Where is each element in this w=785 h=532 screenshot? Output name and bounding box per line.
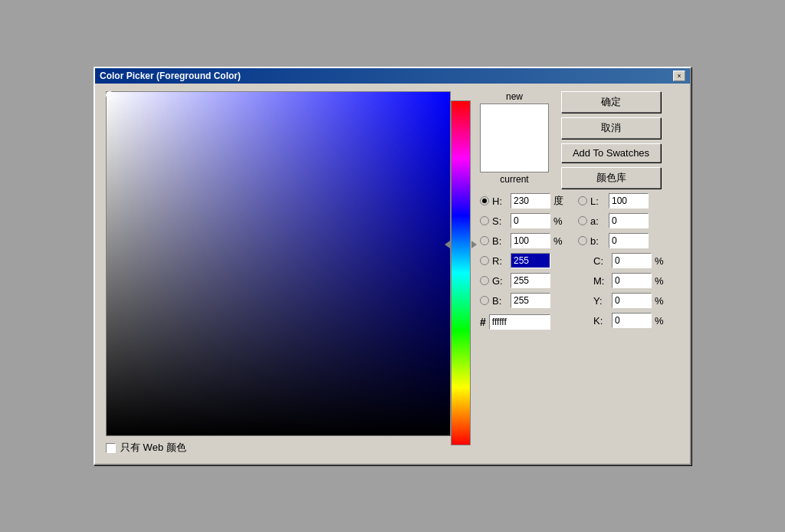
b2-label: B: [492,295,507,307]
y-label: Y: [593,295,609,307]
preview-section: new current [480,91,549,185]
s-input[interactable] [511,213,550,228]
g-input[interactable] [511,273,550,288]
hash-row: # [480,314,566,330]
right-panel: new current 确定 取消 Add To Swatches 颜色库 [480,91,679,455]
m-input[interactable] [612,273,652,288]
b-field-row: B: % [480,233,566,248]
h-unit: 度 [553,194,566,208]
a-field-row: a: [578,213,667,228]
s-label: S: [492,215,507,227]
close-button[interactable]: × [673,71,685,81]
spectrum-section: 只有 Web 颜色 [106,91,471,455]
hue-slider[interactable] [451,100,471,445]
a-input[interactable] [609,213,649,228]
b3-input[interactable] [609,233,649,248]
s-radio[interactable] [480,216,489,225]
k-unit: % [655,315,667,327]
r-radio[interactable] [480,256,489,265]
hue-arrow-right [445,241,450,248]
right-fields-col: L: a: b: [578,193,667,330]
b2-field-row: B: [480,293,566,308]
l-label: L: [590,195,606,207]
a-label: a: [590,215,606,227]
add-swatches-button[interactable]: Add To Swatches [561,143,661,163]
b-input[interactable] [511,233,550,248]
color-square[interactable] [106,91,451,436]
l-radio[interactable] [578,196,587,205]
confirm-button[interactable]: 确定 [561,91,661,113]
web-colors-label: 只有 Web 颜色 [120,441,186,455]
y-unit: % [655,295,667,307]
s-unit: % [553,215,566,227]
b-label: B: [492,235,507,247]
k-input[interactable] [612,313,652,328]
k-label: K: [593,315,609,327]
new-label: new [506,91,523,102]
dialog-body: 只有 Web 颜色 new current [95,84,690,464]
hash-input[interactable] [489,314,550,330]
color-picker-dialog: Color Picker (Foreground Color) × 只有 Web… [94,67,691,465]
c-input[interactable] [612,253,652,268]
new-color-container: new current [480,91,549,185]
h-label: H: [492,195,507,207]
h-radio[interactable] [480,196,489,205]
web-colors-checkbox-area[interactable]: 只有 Web 颜色 [106,441,186,455]
new-color-preview [480,103,549,172]
h-field-row: H: 度 [480,193,566,209]
y-field-row: Y: % [578,293,667,308]
b3-label: b: [590,235,606,247]
hue-arrow-left [471,241,477,248]
r-field-row: R: [480,253,566,268]
y-input[interactable] [612,293,652,308]
b2-input[interactable] [511,293,550,308]
a-radio[interactable] [578,216,587,225]
k-field-row: K: % [578,313,667,328]
b2-radio[interactable] [480,296,489,305]
g-label: G: [492,275,507,287]
color-library-button[interactable]: 颜色库 [561,167,661,189]
hue-slider-container [451,91,471,455]
m-field-row: M: % [578,273,667,288]
b-unit: % [553,235,566,247]
l-field-row: L: [578,193,667,209]
l-input[interactable] [609,193,649,209]
left-fields-col: H: 度 S: % B: [480,193,566,330]
cancel-button[interactable]: 取消 [561,117,661,139]
fields-section: H: 度 S: % B: [480,193,679,330]
m-label: M: [593,275,609,287]
r-input[interactable] [511,253,550,268]
buttons-section: 确定 取消 Add To Swatches 颜色库 [561,91,661,189]
c-field-row: C: % [578,253,667,268]
color-square-container: 只有 Web 颜色 [106,91,451,455]
current-label: current [500,174,528,185]
hash-symbol: # [480,316,486,328]
title-bar-buttons: × [673,71,685,81]
title-bar: Color Picker (Foreground Color) × [95,68,690,84]
g-radio[interactable] [480,276,489,285]
b3-field-row: b: [578,233,667,248]
m-unit: % [655,275,667,287]
dialog-title: Color Picker (Foreground Color) [100,71,241,81]
s-field-row: S: % [480,213,566,228]
r-label: R: [492,255,507,267]
c-unit: % [655,255,667,267]
color-gradient [107,92,450,435]
b-radio[interactable] [480,236,489,245]
c-label: C: [593,255,609,267]
web-colors-checkbox[interactable] [106,443,116,453]
web-colors-section: 只有 Web 颜色 [106,441,451,455]
b3-radio[interactable] [578,236,587,245]
h-input[interactable] [511,193,550,209]
g-field-row: G: [480,273,566,288]
